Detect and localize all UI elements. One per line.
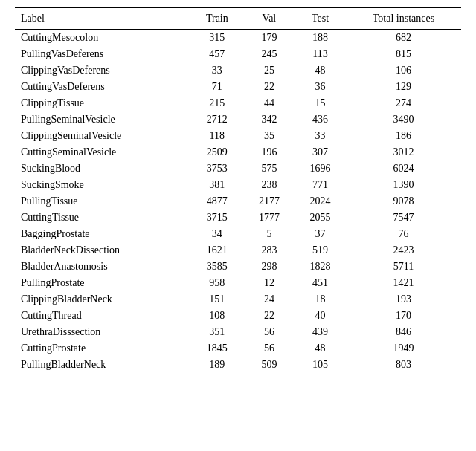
table-container: Label Train Val Test Total instances Cut… xyxy=(15,7,461,374)
cell-value: 3585 xyxy=(190,259,244,275)
cell-label: BladderNeckDissection xyxy=(15,242,190,259)
cell-value: 48 xyxy=(295,340,346,357)
table-row: CuttingSeminalVesicle25091963073012 xyxy=(15,144,461,160)
cell-label: ClippingBladderNeck xyxy=(15,291,190,308)
cell-value: 179 xyxy=(244,30,295,47)
cell-label: PullingTissue xyxy=(15,193,190,210)
cell-value: 5 xyxy=(244,226,295,242)
table-row: CuttingTissue3715177720557547 xyxy=(15,210,461,226)
cell-value: 3012 xyxy=(346,144,461,160)
table-row: BladderNeckDissection16212835192423 xyxy=(15,242,461,259)
cell-label: CuttingProstate xyxy=(15,340,190,357)
cell-value: 15 xyxy=(295,95,346,111)
cell-value: 451 xyxy=(295,275,346,291)
cell-label: PullingProstate xyxy=(15,275,190,291)
col-header-train: Train xyxy=(190,8,244,30)
cell-value: 2712 xyxy=(190,111,244,128)
cell-label: PullingSeminalVesicle xyxy=(15,111,190,128)
cell-value: 34 xyxy=(190,226,244,242)
cell-value: 129 xyxy=(346,79,461,95)
cell-label: SuckingSmoke xyxy=(15,177,190,193)
cell-value: 106 xyxy=(346,62,461,79)
table-row: PullingSeminalVesicle27123424363490 xyxy=(15,111,461,128)
table-row: ClippingVasDeferens332548106 xyxy=(15,62,461,79)
cell-label: CuttingSeminalVesicle xyxy=(15,144,190,160)
cell-value: 342 xyxy=(244,111,295,128)
cell-value: 4877 xyxy=(190,193,244,210)
cell-value: 6024 xyxy=(346,160,461,177)
cell-value: 22 xyxy=(244,308,295,324)
table-row: PullingBladderNeck189509105803 xyxy=(15,357,461,374)
cell-value: 108 xyxy=(190,308,244,324)
cell-value: 3753 xyxy=(190,160,244,177)
cell-label: ClippingTissue xyxy=(15,95,190,111)
cell-value: 33 xyxy=(295,128,346,144)
cell-value: 351 xyxy=(190,324,244,340)
cell-label: PullingBladderNeck xyxy=(15,357,190,374)
cell-value: 1390 xyxy=(346,177,461,193)
col-header-test: Test xyxy=(295,8,346,30)
cell-value: 186 xyxy=(346,128,461,144)
cell-value: 196 xyxy=(244,144,295,160)
cell-value: 25 xyxy=(244,62,295,79)
cell-value: 315 xyxy=(190,30,244,47)
table-row: BladderAnastomosis358529818285711 xyxy=(15,259,461,275)
cell-value: 283 xyxy=(244,242,295,259)
cell-value: 2055 xyxy=(295,210,346,226)
cell-value: 1828 xyxy=(295,259,346,275)
table-row: PullingProstate958124511421 xyxy=(15,275,461,291)
cell-value: 519 xyxy=(295,242,346,259)
cell-value: 56 xyxy=(244,340,295,357)
cell-value: 803 xyxy=(346,357,461,374)
table-row: ClippingSeminalVesicle1183533186 xyxy=(15,128,461,144)
cell-label: CuttingMesocolon xyxy=(15,30,190,47)
cell-value: 958 xyxy=(190,275,244,291)
cell-value: 12 xyxy=(244,275,295,291)
cell-value: 118 xyxy=(190,128,244,144)
col-header-total: Total instances xyxy=(346,8,461,30)
cell-value: 18 xyxy=(295,291,346,308)
cell-value: 76 xyxy=(346,226,461,242)
cell-value: 189 xyxy=(190,357,244,374)
cell-value: 56 xyxy=(244,324,295,340)
cell-label: CuttingTissue xyxy=(15,210,190,226)
cell-value: 2024 xyxy=(295,193,346,210)
cell-value: 2177 xyxy=(244,193,295,210)
cell-value: 113 xyxy=(295,46,346,62)
cell-value: 307 xyxy=(295,144,346,160)
table-row: ClippingBladderNeck1512418193 xyxy=(15,291,461,308)
cell-value: 3715 xyxy=(190,210,244,226)
cell-value: 188 xyxy=(295,30,346,47)
data-table: Label Train Val Test Total instances Cut… xyxy=(15,7,461,374)
cell-value: 215 xyxy=(190,95,244,111)
cell-value: 436 xyxy=(295,111,346,128)
cell-value: 381 xyxy=(190,177,244,193)
cell-label: SuckingBlood xyxy=(15,160,190,177)
cell-value: 1621 xyxy=(190,242,244,259)
cell-value: 193 xyxy=(346,291,461,308)
cell-value: 274 xyxy=(346,95,461,111)
table-row: SuckingSmoke3812387711390 xyxy=(15,177,461,193)
cell-value: 5711 xyxy=(346,259,461,275)
cell-value: 439 xyxy=(295,324,346,340)
table-row: PullingVasDeferens457245113815 xyxy=(15,46,461,62)
cell-value: 1696 xyxy=(295,160,346,177)
cell-value: 24 xyxy=(244,291,295,308)
cell-value: 3490 xyxy=(346,111,461,128)
cell-label: BaggingProstate xyxy=(15,226,190,242)
cell-value: 7547 xyxy=(346,210,461,226)
cell-value: 48 xyxy=(295,62,346,79)
cell-value: 1421 xyxy=(346,275,461,291)
cell-value: 44 xyxy=(244,95,295,111)
cell-value: 40 xyxy=(295,308,346,324)
cell-value: 238 xyxy=(244,177,295,193)
cell-label: BladderAnastomosis xyxy=(15,259,190,275)
cell-value: 1777 xyxy=(244,210,295,226)
cell-value: 105 xyxy=(295,357,346,374)
cell-label: CuttingVasDeferens xyxy=(15,79,190,95)
cell-value: 1845 xyxy=(190,340,244,357)
cell-value: 71 xyxy=(190,79,244,95)
col-header-label: Label xyxy=(15,8,190,30)
table-row: CuttingThread1082240170 xyxy=(15,308,461,324)
cell-value: 815 xyxy=(346,46,461,62)
